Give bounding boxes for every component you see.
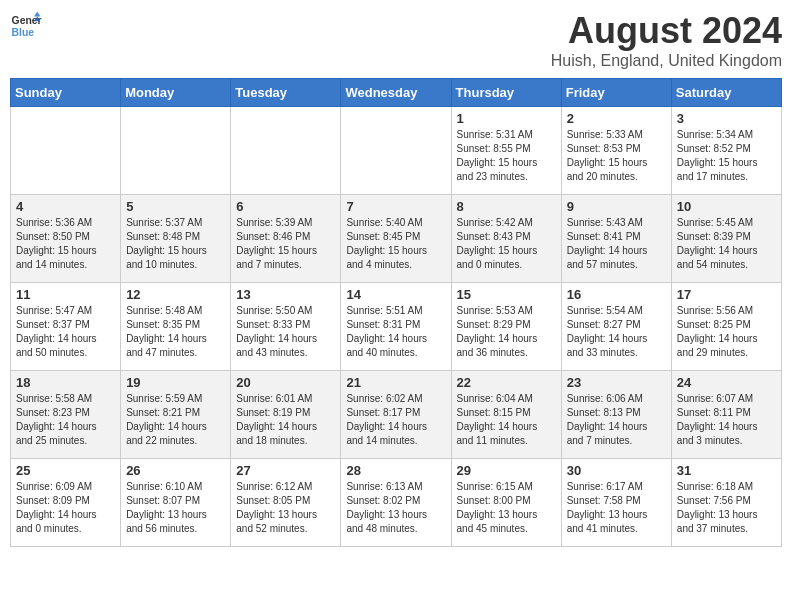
calendar-cell: 10Sunrise: 5:45 AM Sunset: 8:39 PM Dayli…: [671, 195, 781, 283]
logo-icon: General Blue: [10, 10, 42, 42]
day-number: 16: [567, 287, 666, 302]
calendar-cell: 6Sunrise: 5:39 AM Sunset: 8:46 PM Daylig…: [231, 195, 341, 283]
day-number: 3: [677, 111, 776, 126]
day-number: 7: [346, 199, 445, 214]
day-info: Sunrise: 6:12 AM Sunset: 8:05 PM Dayligh…: [236, 480, 335, 536]
day-number: 12: [126, 287, 225, 302]
calendar-cell: 30Sunrise: 6:17 AM Sunset: 7:58 PM Dayli…: [561, 459, 671, 547]
day-info: Sunrise: 5:45 AM Sunset: 8:39 PM Dayligh…: [677, 216, 776, 272]
day-of-week-header: Saturday: [671, 79, 781, 107]
day-info: Sunrise: 5:59 AM Sunset: 8:21 PM Dayligh…: [126, 392, 225, 448]
day-number: 27: [236, 463, 335, 478]
day-info: Sunrise: 5:43 AM Sunset: 8:41 PM Dayligh…: [567, 216, 666, 272]
calendar-cell: [341, 107, 451, 195]
day-of-week-header: Wednesday: [341, 79, 451, 107]
day-number: 17: [677, 287, 776, 302]
calendar-cell: [231, 107, 341, 195]
day-number: 29: [457, 463, 556, 478]
day-info: Sunrise: 6:13 AM Sunset: 8:02 PM Dayligh…: [346, 480, 445, 536]
calendar-cell: 11Sunrise: 5:47 AM Sunset: 8:37 PM Dayli…: [11, 283, 121, 371]
day-info: Sunrise: 5:53 AM Sunset: 8:29 PM Dayligh…: [457, 304, 556, 360]
day-number: 20: [236, 375, 335, 390]
calendar-cell: 26Sunrise: 6:10 AM Sunset: 8:07 PM Dayli…: [121, 459, 231, 547]
day-info: Sunrise: 5:39 AM Sunset: 8:46 PM Dayligh…: [236, 216, 335, 272]
month-title: August 2024: [551, 10, 782, 52]
day-number: 14: [346, 287, 445, 302]
day-info: Sunrise: 5:34 AM Sunset: 8:52 PM Dayligh…: [677, 128, 776, 184]
day-info: Sunrise: 5:31 AM Sunset: 8:55 PM Dayligh…: [457, 128, 556, 184]
day-info: Sunrise: 6:06 AM Sunset: 8:13 PM Dayligh…: [567, 392, 666, 448]
calendar-cell: [11, 107, 121, 195]
day-info: Sunrise: 5:54 AM Sunset: 8:27 PM Dayligh…: [567, 304, 666, 360]
logo: General Blue: [10, 10, 42, 42]
calendar-cell: 18Sunrise: 5:58 AM Sunset: 8:23 PM Dayli…: [11, 371, 121, 459]
calendar-cell: 20Sunrise: 6:01 AM Sunset: 8:19 PM Dayli…: [231, 371, 341, 459]
day-info: Sunrise: 6:15 AM Sunset: 8:00 PM Dayligh…: [457, 480, 556, 536]
day-number: 10: [677, 199, 776, 214]
calendar-cell: 15Sunrise: 5:53 AM Sunset: 8:29 PM Dayli…: [451, 283, 561, 371]
calendar-cell: 23Sunrise: 6:06 AM Sunset: 8:13 PM Dayli…: [561, 371, 671, 459]
day-info: Sunrise: 6:02 AM Sunset: 8:17 PM Dayligh…: [346, 392, 445, 448]
calendar-cell: 27Sunrise: 6:12 AM Sunset: 8:05 PM Dayli…: [231, 459, 341, 547]
day-info: Sunrise: 5:42 AM Sunset: 8:43 PM Dayligh…: [457, 216, 556, 272]
calendar-cell: 21Sunrise: 6:02 AM Sunset: 8:17 PM Dayli…: [341, 371, 451, 459]
calendar-cell: 7Sunrise: 5:40 AM Sunset: 8:45 PM Daylig…: [341, 195, 451, 283]
calendar-cell: 14Sunrise: 5:51 AM Sunset: 8:31 PM Dayli…: [341, 283, 451, 371]
calendar-cell: 25Sunrise: 6:09 AM Sunset: 8:09 PM Dayli…: [11, 459, 121, 547]
day-number: 11: [16, 287, 115, 302]
day-number: 15: [457, 287, 556, 302]
calendar-cell: 16Sunrise: 5:54 AM Sunset: 8:27 PM Dayli…: [561, 283, 671, 371]
day-of-week-header: Tuesday: [231, 79, 341, 107]
calendar-cell: 19Sunrise: 5:59 AM Sunset: 8:21 PM Dayli…: [121, 371, 231, 459]
day-info: Sunrise: 6:10 AM Sunset: 8:07 PM Dayligh…: [126, 480, 225, 536]
day-number: 25: [16, 463, 115, 478]
location-title: Huish, England, United Kingdom: [551, 52, 782, 70]
day-info: Sunrise: 5:33 AM Sunset: 8:53 PM Dayligh…: [567, 128, 666, 184]
day-number: 28: [346, 463, 445, 478]
calendar-cell: 5Sunrise: 5:37 AM Sunset: 8:48 PM Daylig…: [121, 195, 231, 283]
calendar-table: SundayMondayTuesdayWednesdayThursdayFrid…: [10, 78, 782, 547]
day-info: Sunrise: 5:51 AM Sunset: 8:31 PM Dayligh…: [346, 304, 445, 360]
calendar-cell: 2Sunrise: 5:33 AM Sunset: 8:53 PM Daylig…: [561, 107, 671, 195]
day-number: 1: [457, 111, 556, 126]
day-info: Sunrise: 6:04 AM Sunset: 8:15 PM Dayligh…: [457, 392, 556, 448]
day-info: Sunrise: 6:17 AM Sunset: 7:58 PM Dayligh…: [567, 480, 666, 536]
calendar-week-row: 4Sunrise: 5:36 AM Sunset: 8:50 PM Daylig…: [11, 195, 782, 283]
day-info: Sunrise: 5:36 AM Sunset: 8:50 PM Dayligh…: [16, 216, 115, 272]
day-info: Sunrise: 5:48 AM Sunset: 8:35 PM Dayligh…: [126, 304, 225, 360]
calendar-cell: [121, 107, 231, 195]
day-number: 21: [346, 375, 445, 390]
day-number: 19: [126, 375, 225, 390]
day-info: Sunrise: 6:01 AM Sunset: 8:19 PM Dayligh…: [236, 392, 335, 448]
day-number: 4: [16, 199, 115, 214]
day-number: 9: [567, 199, 666, 214]
calendar-cell: 28Sunrise: 6:13 AM Sunset: 8:02 PM Dayli…: [341, 459, 451, 547]
day-of-week-header: Friday: [561, 79, 671, 107]
svg-text:Blue: Blue: [12, 27, 35, 38]
calendar-cell: 1Sunrise: 5:31 AM Sunset: 8:55 PM Daylig…: [451, 107, 561, 195]
calendar-cell: 13Sunrise: 5:50 AM Sunset: 8:33 PM Dayli…: [231, 283, 341, 371]
day-number: 30: [567, 463, 666, 478]
day-of-week-header: Thursday: [451, 79, 561, 107]
svg-marker-2: [34, 12, 40, 17]
calendar-cell: 12Sunrise: 5:48 AM Sunset: 8:35 PM Dayli…: [121, 283, 231, 371]
day-info: Sunrise: 5:56 AM Sunset: 8:25 PM Dayligh…: [677, 304, 776, 360]
day-info: Sunrise: 5:50 AM Sunset: 8:33 PM Dayligh…: [236, 304, 335, 360]
day-info: Sunrise: 5:40 AM Sunset: 8:45 PM Dayligh…: [346, 216, 445, 272]
page-header: General Blue August 2024 Huish, England,…: [10, 10, 782, 70]
calendar-week-row: 25Sunrise: 6:09 AM Sunset: 8:09 PM Dayli…: [11, 459, 782, 547]
calendar-header-row: SundayMondayTuesdayWednesdayThursdayFrid…: [11, 79, 782, 107]
day-number: 23: [567, 375, 666, 390]
day-number: 26: [126, 463, 225, 478]
day-info: Sunrise: 6:07 AM Sunset: 8:11 PM Dayligh…: [677, 392, 776, 448]
calendar-cell: 31Sunrise: 6:18 AM Sunset: 7:56 PM Dayli…: [671, 459, 781, 547]
calendar-cell: 29Sunrise: 6:15 AM Sunset: 8:00 PM Dayli…: [451, 459, 561, 547]
calendar-cell: 8Sunrise: 5:42 AM Sunset: 8:43 PM Daylig…: [451, 195, 561, 283]
day-number: 5: [126, 199, 225, 214]
day-number: 18: [16, 375, 115, 390]
calendar-week-row: 1Sunrise: 5:31 AM Sunset: 8:55 PM Daylig…: [11, 107, 782, 195]
calendar-cell: 4Sunrise: 5:36 AM Sunset: 8:50 PM Daylig…: [11, 195, 121, 283]
calendar-cell: 24Sunrise: 6:07 AM Sunset: 8:11 PM Dayli…: [671, 371, 781, 459]
day-number: 22: [457, 375, 556, 390]
calendar-cell: 3Sunrise: 5:34 AM Sunset: 8:52 PM Daylig…: [671, 107, 781, 195]
